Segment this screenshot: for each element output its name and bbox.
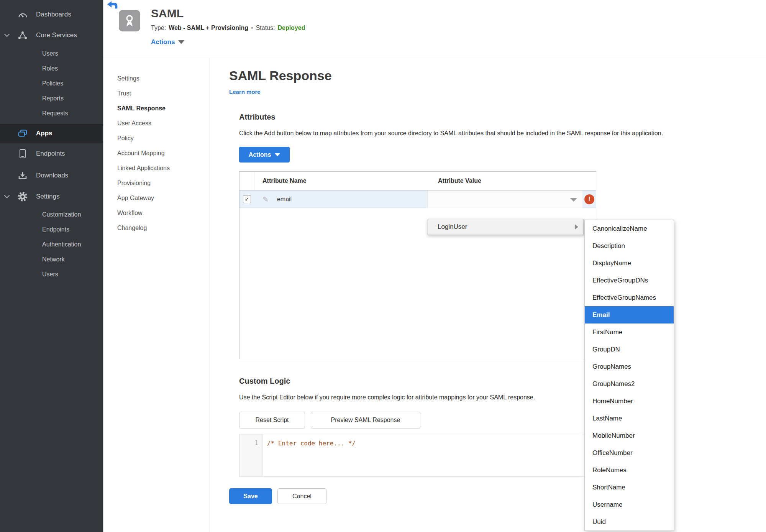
submenu-item-homenumber[interactable]: HomeNumber xyxy=(585,392,674,410)
table-header: Attribute Name Attribute Value xyxy=(239,172,596,190)
sidebar-item-dashboards[interactable]: Dashboards xyxy=(0,5,103,25)
sidebar-item-authentication[interactable]: Authentication xyxy=(0,237,103,252)
subnav-item-user-access[interactable]: User Access xyxy=(103,116,210,131)
section-title: SAML Response xyxy=(229,68,766,83)
attribute-value-dropdown[interactable] xyxy=(428,190,582,208)
chevron-down-icon[interactable] xyxy=(4,195,11,199)
submenu-item-mobilenumber[interactable]: MobileNumber xyxy=(585,427,674,444)
column-header-attribute-value: Attribute Value xyxy=(428,177,596,184)
sidebar-item-apps[interactable]: Apps xyxy=(0,124,103,143)
error-icon: ! xyxy=(584,194,594,204)
submenu-item-displayname[interactable]: DisplayName xyxy=(585,255,674,272)
main-panel: SAML Response Learn more Attributes Clic… xyxy=(210,58,766,532)
sidebar-item-requests[interactable]: Requests xyxy=(0,106,103,121)
actions-button[interactable]: Actions xyxy=(239,147,290,163)
apps-icon xyxy=(17,129,28,138)
editor-line-number: 1 xyxy=(239,434,262,476)
submenu-item-username[interactable]: Username xyxy=(585,496,674,513)
row-checkbox[interactable]: ✓ xyxy=(243,195,251,203)
attributes-table: Attribute Name Attribute Value ✓ ✎ email xyxy=(239,171,596,359)
subnav-item-settings[interactable]: Settings xyxy=(103,71,210,86)
subnav-item-account-mapping[interactable]: Account Mapping xyxy=(103,146,210,161)
reset-script-button[interactable]: Reset Script xyxy=(239,412,305,429)
subnav-item-workflow[interactable]: Workflow xyxy=(103,205,210,220)
submenu-item-officenumber[interactable]: OfficeNumber xyxy=(585,444,674,461)
sidebar-item-users[interactable]: Users xyxy=(0,46,103,61)
attribute-value-cell: ! xyxy=(428,190,596,208)
sidebar-item-roles[interactable]: Roles xyxy=(0,61,103,76)
submenu-arrow-icon xyxy=(575,224,578,230)
learn-more-link[interactable]: Learn more xyxy=(229,89,261,95)
sidebar-item-settings-users[interactable]: Users xyxy=(0,267,103,282)
sidebar-item-label: Dashboards xyxy=(0,11,71,18)
caret-down-icon xyxy=(178,40,184,44)
sidebar-item-label: Downloads xyxy=(0,172,68,179)
subnav-item-policy[interactable]: Policy xyxy=(103,131,210,146)
sidebar-item-settings[interactable]: Settings xyxy=(0,186,103,207)
table-row[interactable]: ✓ ✎ email ! xyxy=(239,190,596,208)
sidebar-item-settings-endpoints[interactable]: Endpoints xyxy=(0,222,103,237)
submenu-item-firstname[interactable]: FirstName xyxy=(585,323,674,341)
app-subnav: Settings Trust SAML Response User Access… xyxy=(103,58,210,532)
sidebar-item-network[interactable]: Network xyxy=(0,252,103,267)
submenu-item-shortname[interactable]: ShortName xyxy=(585,479,674,496)
sidebar: Dashboards Core Services Users Roles Pol… xyxy=(0,0,103,532)
sidebar-item-label: Core Services xyxy=(0,31,77,39)
submenu-item-effectivegroupnames[interactable]: EffectiveGroupNames xyxy=(585,289,674,306)
submenu-item-email[interactable]: Email xyxy=(585,306,674,323)
subnav-item-changelog[interactable]: Changelog xyxy=(103,220,210,235)
submenu-item-uuid[interactable]: Uuid xyxy=(585,513,674,530)
type-label: Type: xyxy=(151,25,166,31)
app-meta: Type: Web - SAML + Provisioning • Status… xyxy=(151,25,305,31)
loginuser-submenu: CanonicalizeName Description DisplayName… xyxy=(584,220,674,531)
chevron-down-icon[interactable] xyxy=(4,33,11,37)
submenu-item-groupnames2[interactable]: GroupNames2 xyxy=(585,375,674,392)
edit-pencil-icon[interactable]: ✎ xyxy=(262,195,269,204)
downloads-icon xyxy=(17,171,28,180)
subnav-item-provisioning[interactable]: Provisioning xyxy=(103,176,210,190)
editor-code[interactable]: /* Enter code here... */ xyxy=(262,434,356,476)
subnav-item-trust[interactable]: Trust xyxy=(103,86,210,101)
attribute-name-cell: email xyxy=(277,196,292,203)
page-title: SAML xyxy=(151,7,184,20)
back-arrow-icon[interactable] xyxy=(107,1,118,10)
status-badge: Deployed xyxy=(277,25,305,31)
core-services-icon xyxy=(17,31,28,39)
ribbon-icon xyxy=(123,14,136,28)
submenu-item-description[interactable]: Description xyxy=(585,237,674,255)
sidebar-item-reports[interactable]: Reports xyxy=(0,91,103,106)
gear-icon xyxy=(17,191,28,202)
attributes-description: Click the Add button below to map attrib… xyxy=(239,130,749,137)
script-editor[interactable]: 1 /* Enter code here... */ xyxy=(239,434,596,477)
sidebar-item-label: Endpoints xyxy=(0,150,65,158)
caret-down-icon xyxy=(570,198,577,202)
loginuser-menu-item[interactable]: LoginUser xyxy=(428,219,584,235)
submenu-item-groupdn[interactable]: GroupDN xyxy=(585,341,674,358)
caret-down-icon xyxy=(275,153,280,156)
sidebar-item-downloads[interactable]: Downloads xyxy=(0,165,103,186)
subnav-item-app-gateway[interactable]: App Gateway xyxy=(103,190,210,205)
content-area: SAML Type: Web - SAML + Provisioning • S… xyxy=(103,0,766,532)
subnav-item-linked-applications[interactable]: Linked Applications xyxy=(103,161,210,176)
cancel-button[interactable]: Cancel xyxy=(277,488,326,504)
submenu-item-groupnames[interactable]: GroupNames xyxy=(585,358,674,375)
submenu-item-effectivegroupdns[interactable]: EffectiveGroupDNs xyxy=(585,272,674,289)
save-button[interactable]: Save xyxy=(229,488,272,504)
sidebar-item-policies[interactable]: Policies xyxy=(0,76,103,91)
type-value: Web - SAML + Provisioning xyxy=(169,25,248,31)
select-column-header xyxy=(239,172,254,190)
submenu-item-canonicalizename[interactable]: CanonicalizeName xyxy=(585,220,674,237)
sidebar-item-customization[interactable]: Customization xyxy=(0,207,103,222)
column-header-attribute-name: Attribute Name xyxy=(254,177,428,184)
subnav-item-saml-response[interactable]: SAML Response xyxy=(103,101,210,116)
custom-logic-heading: Custom Logic xyxy=(239,377,766,386)
submenu-item-rolenames[interactable]: RoleNames xyxy=(585,461,674,479)
status-label: Status: xyxy=(256,25,275,31)
sidebar-item-endpoints[interactable]: Endpoints xyxy=(0,143,103,165)
sidebar-item-core-services[interactable]: Core Services xyxy=(0,25,103,46)
app-window: Dashboards Core Services Users Roles Pol… xyxy=(0,0,766,532)
attributes-heading: Attributes xyxy=(239,113,766,122)
header-actions-menu[interactable]: Actions xyxy=(151,38,184,46)
submenu-item-lastname[interactable]: LastName xyxy=(585,410,674,427)
preview-saml-response-button[interactable]: Preview SAML Response xyxy=(311,412,420,429)
